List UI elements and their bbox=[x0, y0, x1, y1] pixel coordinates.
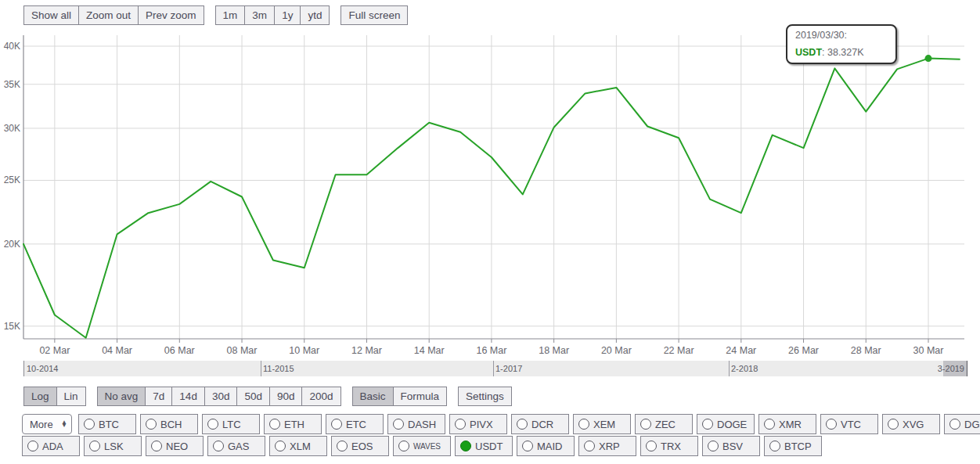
coin-gas-option[interactable]: GAS bbox=[207, 436, 265, 456]
radio-icon bbox=[89, 441, 100, 451]
coin-label: XLM bbox=[290, 441, 311, 452]
coin-label: DCR bbox=[531, 419, 553, 430]
coin-xmr-option[interactable]: XMR bbox=[758, 414, 816, 434]
radio-icon bbox=[213, 441, 224, 451]
radio-icon bbox=[517, 419, 528, 430]
radio-icon bbox=[769, 441, 780, 451]
y-axis-label: 25K bbox=[4, 174, 20, 185]
coin-btcp-option[interactable]: BTCP bbox=[764, 436, 822, 456]
average-controls-group: No avg7d14d30d50d90d200d bbox=[97, 387, 341, 406]
scale-controls-group: LogLin bbox=[23, 387, 86, 406]
radio-icon bbox=[764, 419, 775, 430]
coin-trx-option[interactable]: TRX bbox=[640, 436, 698, 456]
navigator-year-label: 2-2018 bbox=[731, 364, 758, 373]
coin-eth-option[interactable]: ETH bbox=[264, 414, 322, 434]
coin-xem-option[interactable]: XEM bbox=[573, 414, 631, 434]
radio-icon bbox=[702, 419, 713, 430]
radio-icon bbox=[949, 419, 960, 430]
coin-vtc-option[interactable]: VTC bbox=[820, 414, 878, 434]
x-axis-label: 20 Mar bbox=[601, 345, 632, 356]
x-axis-label: 26 Mar bbox=[788, 345, 819, 356]
y-axis-label: 15K bbox=[4, 321, 20, 332]
coin-label: MAID bbox=[537, 441, 563, 452]
radio-icon bbox=[151, 441, 162, 451]
coin-lsk-option[interactable]: LSK bbox=[84, 436, 142, 456]
coin-label: ETC bbox=[346, 419, 366, 430]
coin-waves-option[interactable]: WAVES bbox=[393, 436, 451, 456]
coin-xvg-option[interactable]: XVG bbox=[882, 414, 940, 434]
x-axis-label: 30 Mar bbox=[913, 345, 944, 356]
x-axis-label: 16 Mar bbox=[476, 345, 506, 356]
coin-maid-option[interactable]: MAID bbox=[517, 436, 575, 456]
settings-controls-group: Settings bbox=[458, 387, 512, 406]
30d-button[interactable]: 30d bbox=[204, 387, 238, 406]
more-coins-select[interactable]: More ▲▼ bbox=[22, 414, 72, 434]
coin-ltc-option[interactable]: LTC bbox=[202, 414, 260, 434]
coin-dgb-option[interactable]: DGB bbox=[944, 414, 980, 434]
coin-dash-option[interactable]: DASH bbox=[387, 414, 445, 434]
coin-label: TRX bbox=[661, 441, 681, 452]
settings-button[interactable]: Settings bbox=[458, 387, 512, 406]
coin-etc-option[interactable]: ETC bbox=[326, 414, 384, 434]
navigator-year-label: 1-2017 bbox=[495, 364, 522, 373]
radio-icon bbox=[398, 441, 409, 451]
90d-button[interactable]: 90d bbox=[269, 387, 303, 406]
coin-xrp-option[interactable]: XRP bbox=[578, 436, 636, 456]
navigator-separator bbox=[493, 361, 494, 376]
radio-icon bbox=[826, 419, 837, 430]
coin-label: USDT bbox=[475, 441, 503, 452]
tooltip-value-line: USDT: 38.327K bbox=[795, 48, 888, 58]
coin-xlm-option[interactable]: XLM bbox=[269, 436, 327, 456]
coin-dcr-option[interactable]: DCR bbox=[511, 414, 569, 434]
coin-label: DASH bbox=[408, 419, 436, 430]
range-navigator[interactable]: 10-201411-20151-20172-20183-2019 bbox=[23, 361, 967, 376]
x-axis-label: 18 Mar bbox=[539, 345, 569, 356]
coin-eos-option[interactable]: EOS bbox=[331, 436, 389, 456]
y-axis-label: 20K bbox=[4, 239, 20, 250]
14d-button[interactable]: 14d bbox=[171, 387, 205, 406]
50d-button[interactable]: 50d bbox=[236, 387, 270, 406]
basic-button[interactable]: Basic bbox=[352, 387, 394, 406]
more-select-label: More bbox=[30, 419, 61, 430]
coin-label: WAVES bbox=[413, 442, 441, 451]
log-button[interactable]: Log bbox=[23, 387, 57, 406]
x-axis-label: 22 Mar bbox=[664, 345, 694, 356]
radio-icon bbox=[640, 419, 651, 430]
navigator-year-label: 11-2015 bbox=[263, 364, 294, 373]
radio-icon bbox=[146, 419, 157, 430]
coin-label: ADA bbox=[42, 441, 63, 452]
coin-row-2: ADALSKNEOGASXLMEOSWAVESUSDTMAIDXRPTRXBSV… bbox=[22, 436, 826, 456]
coin-label: DGB bbox=[964, 419, 980, 430]
radio-icon bbox=[708, 441, 719, 451]
coin-label: LTC bbox=[222, 419, 241, 430]
radio-icon bbox=[331, 419, 342, 430]
coin-label: PIVX bbox=[470, 419, 493, 430]
coin-ada-option[interactable]: ADA bbox=[22, 436, 80, 456]
coin-neo-option[interactable]: NEO bbox=[146, 436, 204, 456]
formula-button[interactable]: Formula bbox=[393, 387, 448, 406]
coin-label: ZEC bbox=[655, 419, 676, 430]
x-axis-label: 08 Mar bbox=[227, 345, 258, 356]
radio-icon bbox=[269, 419, 280, 430]
y-axis-label: 35K bbox=[4, 79, 20, 90]
coin-pivx-option[interactable]: PIVX bbox=[449, 414, 507, 434]
coin-zec-option[interactable]: ZEC bbox=[635, 414, 693, 434]
no-avg-button[interactable]: No avg bbox=[97, 387, 146, 406]
hover-point-marker bbox=[925, 55, 932, 62]
lin-button[interactable]: Lin bbox=[56, 387, 86, 406]
tooltip-date: 2019/03/30: bbox=[795, 31, 888, 41]
radio-icon bbox=[522, 441, 533, 451]
y-axis-label: 40K bbox=[4, 41, 20, 52]
coin-label: BCH bbox=[160, 419, 182, 430]
coin-usdt-option[interactable]: USDT bbox=[455, 436, 513, 456]
radio-icon bbox=[84, 419, 95, 430]
coin-row-1: More ▲▼ BTCBCHLTCETHETCDASHPIVXDCRXEMZEC… bbox=[22, 414, 980, 434]
coin-doge-option[interactable]: DOGE bbox=[697, 414, 755, 434]
200d-button[interactable]: 200d bbox=[301, 387, 340, 406]
coin-label: XRP bbox=[599, 441, 620, 452]
tooltip-coin-name: USDT bbox=[795, 47, 822, 58]
coin-btc-option[interactable]: BTC bbox=[78, 414, 136, 434]
coin-bsv-option[interactable]: BSV bbox=[702, 436, 760, 456]
coin-bch-option[interactable]: BCH bbox=[140, 414, 198, 434]
7d-button[interactable]: 7d bbox=[145, 387, 172, 406]
